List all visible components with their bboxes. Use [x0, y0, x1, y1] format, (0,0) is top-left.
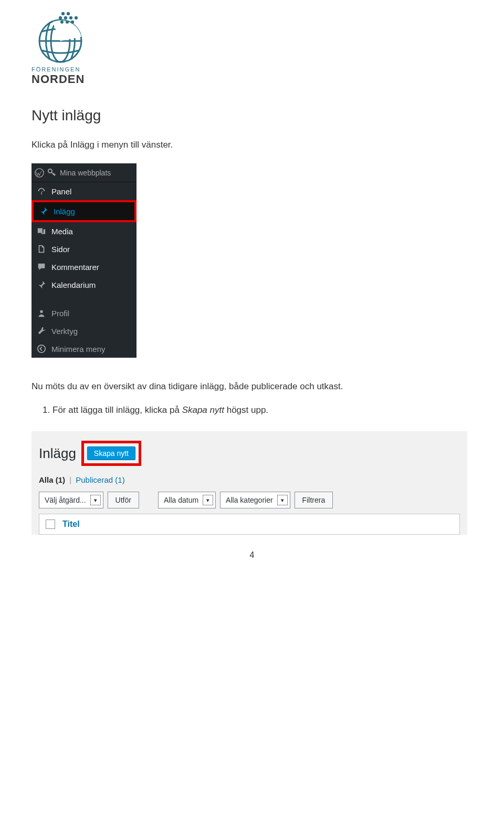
svg-point-14	[59, 16, 62, 19]
svg-point-16	[69, 16, 72, 19]
chevron-down-icon: ▾	[277, 495, 288, 505]
sidebar-item-inlagg[interactable]: Inlägg	[32, 200, 136, 222]
sidebar-item-label: Kommentarer	[51, 263, 99, 272]
wrench-icon	[37, 326, 46, 336]
sidebar-item-media[interactable]: Media	[32, 222, 136, 240]
sidebar-item-label: Kalendarium	[51, 280, 96, 289]
page-heading: Nytt inlägg	[32, 107, 472, 124]
topbar-label: Mina webbplats	[60, 169, 111, 177]
chevron-down-icon: ▾	[90, 495, 101, 505]
apply-button[interactable]: Utför	[108, 492, 139, 508]
body-text-2: Nu möts du av en översikt av dina tidiga…	[32, 381, 472, 392]
sidebar-item-label: Verktyg	[51, 327, 78, 336]
date-filter-label: Alla datum	[164, 496, 198, 504]
filter-published[interactable]: Publicerad (1)	[76, 475, 124, 484]
svg-point-19	[66, 20, 69, 24]
bulk-action-label: Välj åtgärd...	[45, 496, 86, 504]
highlight-box: Skapa nytt	[81, 441, 141, 466]
wp-admin-bar[interactable]: Mina webbplats	[32, 163, 136, 182]
create-new-button[interactable]: Skapa nytt	[87, 446, 135, 460]
posts-page-title: Inlägg	[39, 445, 76, 462]
pin-icon	[39, 206, 48, 216]
step1-prefix: För att lägga till inlägg, klicka på	[52, 405, 182, 415]
globe-icon	[32, 11, 89, 63]
svg-point-13	[67, 12, 70, 15]
svg-point-23	[40, 310, 43, 313]
column-title[interactable]: Titel	[62, 519, 80, 529]
sidebar-item-verktyg[interactable]: Verktyg	[32, 322, 136, 340]
svg-point-18	[60, 20, 64, 24]
sidebar-item-label: Inlägg	[54, 207, 75, 216]
wordpress-icon	[35, 168, 44, 178]
category-filter-select[interactable]: Alla kategorier ▾	[220, 492, 290, 508]
bulk-action-select[interactable]: Välj åtgärd... ▾	[39, 492, 103, 508]
chevron-down-icon: ▾	[203, 495, 213, 505]
logo-line2: NORDEN	[32, 72, 472, 86]
media-icon	[37, 226, 46, 236]
date-filter-select[interactable]: Alla datum ▾	[158, 492, 216, 508]
key-icon	[47, 168, 57, 178]
sidebar-item-kommentarer[interactable]: Kommentarer	[32, 258, 136, 276]
svg-point-24	[38, 345, 45, 352]
sidebar-item-label: Profil	[51, 309, 69, 318]
step1-em: Skapa nytt	[182, 405, 224, 415]
wp-sidebar-screenshot: Mina webbplats Panel Inlägg Media Sidor …	[32, 163, 136, 358]
filter-button[interactable]: Filtrera	[295, 492, 333, 508]
sidebar-item-collapse[interactable]: Minimera meny	[32, 340, 136, 358]
sidebar-item-label: Sidor	[51, 245, 70, 254]
intro-text: Klicka på Inlägg i menyn till vänster.	[32, 140, 472, 150]
sidebar-item-kalendarium[interactable]: Kalendarium	[32, 276, 136, 294]
svg-point-17	[75, 16, 78, 19]
svg-point-22	[48, 169, 52, 172]
dashboard-icon	[37, 186, 46, 196]
sidebar-item-label: Media	[51, 227, 73, 236]
sidebar-item-panel[interactable]: Panel	[32, 182, 136, 200]
table-header-row: Titel	[39, 514, 460, 535]
filter-all[interactable]: Alla (1)	[39, 475, 65, 484]
logo-line1: FÖRENINGEN	[32, 66, 472, 72]
svg-point-20	[71, 20, 74, 24]
svg-point-15	[64, 16, 67, 19]
page-number: 4	[32, 550, 472, 560]
sidebar-item-label: Panel	[51, 187, 71, 196]
comment-icon	[37, 262, 46, 272]
pages-icon	[37, 244, 46, 254]
pin-icon	[37, 280, 46, 289]
cat-filter-label: Alla kategorier	[226, 496, 273, 504]
svg-point-12	[61, 12, 65, 15]
filter-links: Alla (1) | Publicerad (1)	[39, 475, 460, 484]
sidebar-item-label: Minimera meny	[51, 345, 106, 354]
step1-suffix: högst upp.	[224, 405, 268, 415]
select-all-checkbox[interactable]	[46, 519, 55, 529]
user-icon	[37, 308, 46, 318]
wp-posts-screenshot: Inlägg Skapa nytt Alla (1) | Publicerad …	[32, 431, 467, 535]
step-1: För att lägga till inlägg, klicka på Ska…	[52, 405, 472, 415]
logo: FÖRENINGEN NORDEN	[32, 11, 472, 86]
sidebar-item-profil[interactable]: Profil	[32, 304, 136, 322]
collapse-icon	[37, 344, 46, 354]
sidebar-item-sidor[interactable]: Sidor	[32, 240, 136, 258]
